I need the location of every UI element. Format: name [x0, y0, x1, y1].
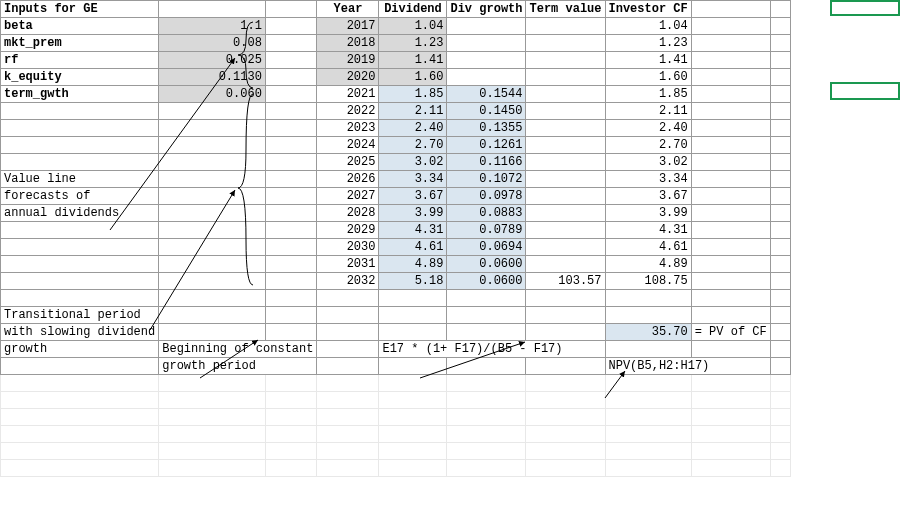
investor-cf-cell[interactable]: 3.34 [605, 171, 691, 188]
div-growth-cell[interactable]: 0.1261 [447, 137, 526, 154]
investor-cf-cell[interactable]: 3.67 [605, 188, 691, 205]
input-value-beta[interactable]: 1.1 [159, 18, 266, 35]
dividend-cell[interactable]: 5.18 [379, 273, 447, 290]
year-cell[interactable]: 2023 [317, 120, 379, 137]
year-cell[interactable]: 2019 [317, 52, 379, 69]
investor-cf-cell[interactable]: 2.40 [605, 120, 691, 137]
term-value-cell[interactable] [526, 18, 605, 35]
year-cell[interactable]: 2022 [317, 103, 379, 120]
year-cell[interactable]: 2021 [317, 86, 379, 103]
input-value-k_equity[interactable]: 0.1130 [159, 69, 266, 86]
investor-cf-cell[interactable]: 4.61 [605, 239, 691, 256]
term-value-cell[interactable] [526, 222, 605, 239]
term-value-cell[interactable] [526, 205, 605, 222]
year-cell[interactable]: 2024 [317, 137, 379, 154]
term-value-cell[interactable] [526, 69, 605, 86]
investor-cf-cell[interactable]: 1.23 [605, 35, 691, 52]
div-growth-cell[interactable]: 0.0600 [447, 256, 526, 273]
investor-cf-cell[interactable]: 1.41 [605, 52, 691, 69]
dividend-cell[interactable]: 3.67 [379, 188, 447, 205]
term-value-cell[interactable] [526, 137, 605, 154]
div-growth-cell[interactable]: 0.1544 [447, 86, 526, 103]
term-value-cell[interactable] [526, 239, 605, 256]
dividend-cell[interactable]: 3.99 [379, 205, 447, 222]
year-cell[interactable]: 2017 [317, 18, 379, 35]
term-value-cell[interactable] [526, 35, 605, 52]
dividend-cell[interactable]: 1.41 [379, 52, 447, 69]
input-value-term_gwth[interactable]: 0.060 [159, 86, 266, 103]
div-growth-cell[interactable]: 0.1072 [447, 171, 526, 188]
div-growth-cell[interactable]: 0.1166 [447, 154, 526, 171]
dividend-cell[interactable]: 4.61 [379, 239, 447, 256]
div-growth-cell[interactable] [447, 18, 526, 35]
note-transitional-3: growth [1, 341, 159, 358]
investor-cf-cell[interactable]: 2.11 [605, 103, 691, 120]
div-growth-cell[interactable]: 0.1450 [447, 103, 526, 120]
selected-cell-1 [830, 82, 900, 100]
year-cell[interactable]: 2029 [317, 222, 379, 239]
dividend-cell[interactable]: 2.70 [379, 137, 447, 154]
dividend-cell[interactable]: 1.85 [379, 86, 447, 103]
year-cell[interactable]: 2027 [317, 188, 379, 205]
div-growth-cell[interactable] [447, 35, 526, 52]
investor-cf-cell[interactable]: 3.02 [605, 154, 691, 171]
investor-cf-cell[interactable]: 4.89 [605, 256, 691, 273]
year-cell[interactable]: 2030 [317, 239, 379, 256]
term-value-cell[interactable] [526, 52, 605, 69]
year-cell[interactable]: 2031 [317, 256, 379, 273]
term-value-cell[interactable] [526, 86, 605, 103]
dividend-cell[interactable]: 4.89 [379, 256, 447, 273]
investor-cf-cell[interactable]: 2.70 [605, 137, 691, 154]
year-cell[interactable]: 2020 [317, 69, 379, 86]
note-transitional-1: Transitional period [1, 307, 159, 324]
npv-formula: NPV(B5,H2:H17) [605, 358, 770, 375]
dividend-cell[interactable]: 2.40 [379, 120, 447, 137]
dividend-cell[interactable]: 4.31 [379, 222, 447, 239]
spreadsheet-grid[interactable]: Inputs for GE Year Dividend Div growth T… [0, 0, 791, 477]
div-growth-cell[interactable]: 0.0600 [447, 273, 526, 290]
investor-cf-cell[interactable]: 3.99 [605, 205, 691, 222]
note-begin-constant-1: Beginning of constant [159, 341, 317, 358]
input-value-mkt_prem[interactable]: 0.08 [159, 35, 266, 52]
input-label-term_gwth_label: term_gwth [1, 86, 159, 103]
dividend-cell[interactable]: 3.02 [379, 154, 447, 171]
pv-of-cf-value[interactable]: 35.70 [605, 324, 691, 341]
year-cell[interactable]: 2018 [317, 35, 379, 52]
year-cell[interactable]: 2026 [317, 171, 379, 188]
dividend-cell[interactable]: 3.34 [379, 171, 447, 188]
selected-cell-2 [830, 0, 900, 16]
term-value-cell[interactable] [526, 120, 605, 137]
term-value-cell[interactable] [526, 103, 605, 120]
div-growth-cell[interactable]: 0.0883 [447, 205, 526, 222]
year-cell[interactable]: 2028 [317, 205, 379, 222]
note-transitional-2: with slowing dividend [1, 324, 159, 341]
investor-cf-cell[interactable]: 1.04 [605, 18, 691, 35]
div-growth-cell[interactable]: 0.0694 [447, 239, 526, 256]
investor-cf-cell[interactable]: 1.85 [605, 86, 691, 103]
div-growth-cell[interactable]: 0.0789 [447, 222, 526, 239]
inputs-title: Inputs for GE [1, 1, 159, 18]
div-growth-cell[interactable]: 0.0978 [447, 188, 526, 205]
term-value-cell[interactable] [526, 171, 605, 188]
dividend-cell[interactable]: 1.04 [379, 18, 447, 35]
investor-cf-cell[interactable]: 4.31 [605, 222, 691, 239]
note-value-line-2: forecasts of [1, 188, 159, 205]
note-value-line-1: Value line [1, 171, 159, 188]
year-cell[interactable]: 2032 [317, 273, 379, 290]
div-growth-cell[interactable]: 0.1355 [447, 120, 526, 137]
dividend-cell[interactable]: 2.11 [379, 103, 447, 120]
term-value-cell[interactable] [526, 154, 605, 171]
div-growth-cell[interactable] [447, 69, 526, 86]
col-investor-cf: Investor CF [605, 1, 691, 18]
dividend-cell[interactable]: 1.60 [379, 69, 447, 86]
term-value-cell[interactable]: 103.57 [526, 273, 605, 290]
term-value-cell[interactable] [526, 188, 605, 205]
input-value-rf[interactable]: 0.025 [159, 52, 266, 69]
investor-cf-cell[interactable]: 108.75 [605, 273, 691, 290]
year-cell[interactable]: 2025 [317, 154, 379, 171]
input-label-k_equity_label: k_equity [1, 69, 159, 86]
dividend-cell[interactable]: 1.23 [379, 35, 447, 52]
div-growth-cell[interactable] [447, 52, 526, 69]
term-value-cell[interactable] [526, 256, 605, 273]
investor-cf-cell[interactable]: 1.60 [605, 69, 691, 86]
